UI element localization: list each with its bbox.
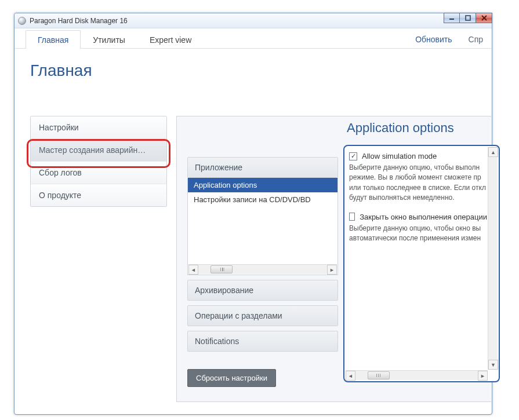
option-desc-line: или только последнее в списке. Если откл	[349, 183, 487, 193]
checkbox-close-progress[interactable]	[349, 213, 355, 221]
detail-hscrollbar[interactable]: ◄ ►	[346, 370, 488, 380]
checkbox-allow-simulation[interactable]: ✓	[349, 152, 357, 160]
maximize-button[interactable]	[460, 13, 476, 23]
nav-item-settings[interactable]: Настройки	[31, 116, 166, 139]
nav-item-about[interactable]: О продукте	[31, 184, 166, 206]
option-desc-line: Выберите данную опцию, чтобы окно вы	[349, 224, 487, 233]
scroll-thumb[interactable]	[210, 265, 233, 273]
section-partitions-header[interactable]: Операции с разделами	[187, 305, 338, 326]
help-link[interactable]: Спр	[460, 30, 491, 48]
option-label: Allow simulation mode	[362, 152, 437, 160]
tab-utilities[interactable]: Утилиты	[81, 30, 137, 49]
close-button[interactable]	[476, 13, 492, 23]
left-nav: Настройки Мастер создания аварийн… Сбор …	[30, 116, 167, 207]
section-archiving-header[interactable]: Архивирование	[187, 280, 338, 301]
page-title: Главная	[30, 61, 491, 80]
detail-panel: ✓ Allow simulation mode Выберите данную …	[343, 145, 500, 382]
app-window: Paragon Hard Disk Manager 16 Главная Ути…	[14, 13, 492, 415]
app-icon	[18, 17, 26, 25]
reset-settings-button[interactable]: Сбросить настройки	[187, 369, 276, 387]
application-hscrollbar[interactable]: ◄ ►	[188, 264, 337, 274]
scroll-left-icon[interactable]: ◄	[346, 371, 355, 381]
option-desc-line: автоматически после применения измен	[349, 233, 487, 243]
option-allow-simulation: ✓ Allow simulation mode Выберите данную …	[349, 152, 487, 203]
option-desc-line: Выберите данную опцию, чтобы выполн	[349, 163, 487, 173]
option-close-progress: Закрыть окно выполнения операции Выберит…	[349, 213, 487, 244]
row-application-options[interactable]: Application options	[188, 178, 337, 192]
detail-title: Application options	[347, 120, 454, 136]
section-application-header[interactable]: Приложение	[187, 157, 338, 178]
scroll-thumb[interactable]	[368, 371, 390, 379]
row-cd-dvd-settings[interactable]: Настройки записи на CD/DVD/BD	[188, 192, 337, 207]
section-notifications-header[interactable]: Notifications	[187, 331, 338, 352]
option-desc-line: будут выполняться немедленно.	[349, 193, 487, 203]
refresh-link[interactable]: Обновить	[407, 30, 460, 48]
scroll-right-icon[interactable]: ►	[478, 371, 488, 381]
nav-item-recovery-wizard[interactable]: Мастер создания аварийн…	[31, 139, 166, 162]
tab-expert[interactable]: Expert view	[137, 30, 204, 49]
scroll-left-icon[interactable]: ◄	[188, 265, 198, 275]
minimize-button[interactable]	[444, 13, 460, 23]
section-application: Приложение Application options Настройки…	[187, 157, 338, 275]
scroll-right-icon[interactable]: ►	[327, 265, 337, 275]
window-title: Paragon Hard Disk Manager 16	[30, 17, 128, 25]
option-label: Закрыть окно выполнения операции	[360, 213, 487, 221]
svg-rect-1	[466, 16, 470, 20]
tab-main[interactable]: Главная	[26, 30, 81, 49]
option-desc-line: режиме. Вы в любой момент сможете пр	[349, 173, 487, 182]
tab-strip: Главная Утилиты Expert view Обновить Спр	[15, 29, 491, 49]
section-application-body: Application options Настройки записи на …	[187, 178, 338, 275]
nav-item-collect-logs[interactable]: Сбор логов	[31, 162, 166, 184]
scroll-up-icon[interactable]: ▲	[488, 147, 498, 157]
detail-vscrollbar[interactable]: ▲ ▼	[488, 147, 498, 370]
titlebar: Paragon Hard Disk Manager 16	[14, 13, 492, 28]
scroll-down-icon[interactable]: ▼	[488, 360, 498, 370]
